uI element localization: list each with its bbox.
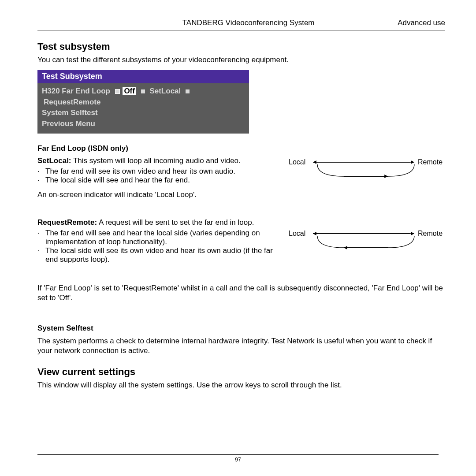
bullet-icon: ·: [37, 167, 42, 176]
menu-option-requestremote: RequestRemote: [44, 98, 100, 106]
menu-body: H320 Far End Loop Off SetLocal RequestRe…: [37, 83, 249, 134]
diagram-setlocal: Local Remote: [286, 156, 445, 196]
radio-icon: [141, 89, 145, 93]
requestremote-text: A request will be sent to set the far en…: [97, 218, 254, 227]
diagram-local-label: Local: [289, 230, 305, 237]
header-right-title: Advanced use: [398, 19, 445, 27]
diagram-requestremote: Local Remote: [286, 218, 445, 258]
selftest-text: The system performs a check to determine…: [37, 336, 445, 356]
loop-diagram-icon: Local Remote: [286, 156, 445, 196]
bullet-1a: The far end will see its own video and h…: [45, 167, 235, 176]
menu-line-previous: Previous Menu: [42, 119, 245, 130]
localloop-indicator: An on-screen indicator will indicate 'Lo…: [37, 190, 278, 200]
farend-heading: Far End Loop (ISDN only): [37, 144, 445, 153]
menu-option-setlocal: SetLocal: [149, 87, 181, 95]
menu-line-selftest: System Selftest: [42, 108, 245, 119]
bullet-icon: ·: [37, 246, 42, 264]
bullet-icon: ·: [37, 229, 42, 246]
radio-icon: [186, 89, 190, 93]
page-footer: 97: [0, 454, 476, 463]
menu-line-h320: H320 Far End Loop Off SetLocal RequestRe…: [42, 86, 245, 108]
header-center-title: TANDBERG Videoconferencing System: [37, 19, 398, 27]
requestremote-label: RequestRemote:: [37, 218, 97, 227]
menu-option-off: Off: [123, 87, 136, 95]
bullet-2a: The far end will see and hear the local …: [45, 229, 278, 246]
bullet-1b: The local side will see and hear the far…: [45, 176, 190, 185]
loop-diagram-icon: Local Remote: [286, 218, 445, 258]
bullet-icon: ·: [37, 176, 42, 185]
list-item: ·The local side will see its own video a…: [37, 246, 278, 264]
list-item: ·The far end will see its own video and …: [37, 167, 278, 176]
selftest-heading: System Selftest: [37, 324, 445, 333]
setlocal-para: SetLocal: This system will loop all inco…: [37, 156, 278, 165]
bullet-2b: The local side will see its own video an…: [45, 246, 278, 264]
farend-note: If 'Far End Loop' is set to 'RequestRemo…: [37, 283, 445, 303]
requestremote-para: RequestRemote: A request will be sent to…: [37, 218, 278, 227]
setlocal-text: This system will loop all incoming audio…: [71, 156, 241, 165]
diagram-local-label: Local: [289, 158, 305, 166]
diagram-remote-label: Remote: [418, 230, 443, 237]
view-settings-text: This window will display all the system …: [37, 380, 445, 390]
diagram-remote-label: Remote: [418, 158, 443, 166]
list-item: ·The local side will see and hear the fa…: [37, 176, 278, 185]
menu-title: Test Subsystem: [37, 70, 249, 83]
menu-screenshot: Test Subsystem H320 Far End Loop Off Set…: [37, 70, 249, 134]
radio-selected-icon: [115, 89, 120, 94]
menu-h320-label: H320 Far End Loop: [42, 87, 110, 95]
section-test-subsystem-title: Test subsystem: [37, 41, 445, 52]
page-header: TANDBERG Videoconferencing System Advanc…: [37, 19, 445, 30]
test-subsystem-intro: You can test the different subsystems of…: [37, 55, 445, 65]
section-view-settings-title: View current settings: [37, 366, 445, 378]
page-number: 97: [235, 457, 241, 463]
list-item: ·The far end will see and hear the local…: [37, 229, 278, 246]
setlocal-label: SetLocal:: [37, 156, 71, 165]
